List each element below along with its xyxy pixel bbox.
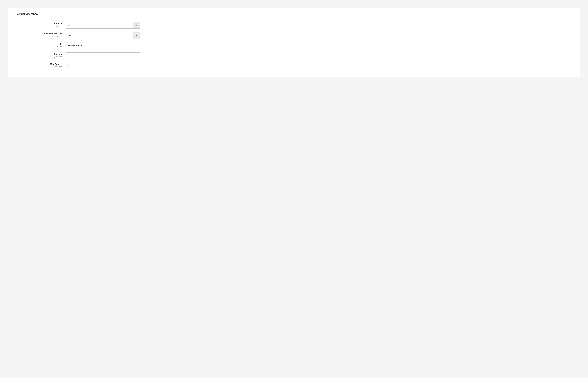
enabled-value: Yes bbox=[66, 22, 133, 28]
show-on-first-click-select[interactable]: Yes bbox=[66, 32, 140, 39]
chevron-down-icon bbox=[136, 25, 138, 26]
field-row-title: Title [store view] bbox=[15, 42, 573, 49]
title-label: Title bbox=[15, 43, 63, 45]
enabled-label: Enabled bbox=[15, 23, 63, 25]
field-row-enabled: Enabled [store view] Yes bbox=[15, 22, 573, 29]
max-results-scope: [store view] bbox=[15, 66, 63, 68]
svg-marker-1 bbox=[136, 35, 138, 36]
title-scope: [store view] bbox=[15, 46, 63, 48]
position-input[interactable] bbox=[66, 52, 140, 59]
label-col: Position [store view] bbox=[15, 52, 66, 58]
control-col bbox=[66, 52, 140, 59]
control-col bbox=[66, 42, 140, 49]
field-row-position: Position [store view] bbox=[15, 52, 573, 59]
max-results-label: Max Results bbox=[15, 63, 63, 66]
section-title: Popular Searches bbox=[15, 13, 573, 15]
control-col: Yes bbox=[66, 22, 140, 29]
label-col: Enabled [store view] bbox=[15, 22, 66, 27]
field-row-max-results: Max Results [store view] bbox=[15, 63, 573, 69]
show-on-first-click-scope: [store view] bbox=[15, 35, 63, 38]
chevron-down-icon bbox=[136, 35, 138, 36]
max-results-input[interactable] bbox=[66, 63, 140, 69]
label-col: Show on First Click [store view] bbox=[15, 32, 66, 37]
control-col: Yes bbox=[66, 32, 140, 39]
show-on-first-click-label: Show on First Click bbox=[15, 33, 63, 35]
control-col bbox=[66, 63, 140, 69]
enabled-scope: [store view] bbox=[15, 25, 63, 27]
show-on-first-click-value: Yes bbox=[66, 32, 133, 39]
label-col: Title [store view] bbox=[15, 42, 66, 47]
show-on-first-click-dropdown-button[interactable] bbox=[133, 32, 140, 39]
enabled-select[interactable]: Yes bbox=[66, 22, 140, 29]
field-row-show-on-first-click: Show on First Click [store view] Yes bbox=[15, 32, 573, 39]
position-label: Position bbox=[15, 53, 63, 55]
position-scope: [store view] bbox=[15, 56, 63, 58]
label-col: Max Results [store view] bbox=[15, 63, 66, 68]
svg-marker-0 bbox=[136, 25, 138, 26]
popular-searches-panel: Popular Searches Enabled [store view] Ye… bbox=[8, 8, 580, 77]
enabled-dropdown-button[interactable] bbox=[133, 22, 140, 28]
title-input[interactable] bbox=[66, 42, 140, 49]
